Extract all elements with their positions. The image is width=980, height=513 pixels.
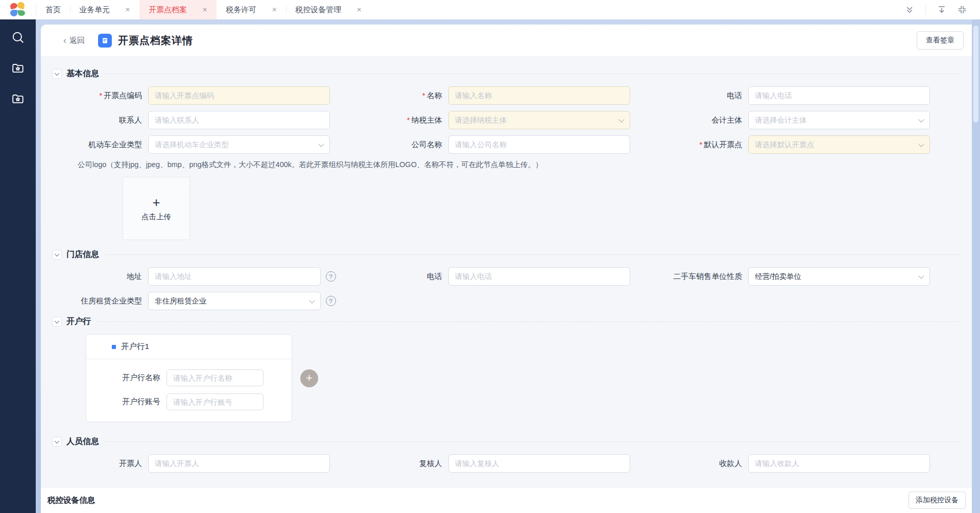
field-taxpayer-entity: *纳税主体 请选择纳税主体 — [356, 111, 657, 129]
upload-label: 点击上传 — [141, 212, 171, 222]
contact-person-input[interactable] — [148, 111, 330, 129]
close-icon[interactable]: ✕ — [202, 6, 207, 13]
housing-rental-enterprise-type-label: 住房租赁企业类型 — [56, 296, 142, 306]
company-name-input[interactable] — [448, 135, 630, 154]
section-bank-header: 开户行 — [52, 316, 961, 327]
top-tab-bar: 首页 业务单元 ✕ 开票点档案 ✕ 税务许可 ✕ 税控设备管理 ✕ — [0, 0, 980, 19]
default-invoice-point-select[interactable]: 请选择默认开票点 — [748, 135, 930, 154]
add-bank-button[interactable]: + — [300, 369, 318, 387]
store-phone-input[interactable] — [448, 267, 630, 286]
tab-tax-license[interactable]: 税务许可 ✕ — [217, 0, 286, 19]
bank-account-input[interactable] — [166, 393, 264, 410]
payee-input[interactable] — [748, 454, 930, 473]
compress-icon[interactable] — [958, 5, 967, 14]
reviewer-input[interactable] — [448, 454, 630, 473]
view-signature-button[interactable]: 查看签章 — [917, 31, 964, 50]
taxpayer-entity-label: *纳税主体 — [356, 115, 442, 125]
section-store-info-header: 门店信息 — [52, 249, 961, 260]
tax-device-section-title: 税控设备信息 — [47, 495, 95, 506]
detail-header: ‹ 返回 开票点档案详情 查看签章 — [41, 25, 972, 56]
double-chevron-down-icon[interactable] — [905, 5, 914, 14]
back-button[interactable]: ‹ 返回 — [63, 36, 85, 45]
close-icon[interactable]: ✕ — [272, 6, 277, 13]
name-input[interactable] — [448, 86, 630, 105]
used-car-sales-unit-nature-label: 二手车销售单位性质 — [656, 272, 742, 282]
field-name: *名称 — [356, 86, 657, 105]
phone-label: 电话 — [656, 91, 742, 101]
back-label: 返回 — [69, 36, 85, 45]
motor-vehicle-enterprise-type-select[interactable]: 请选择机动车企业类型 — [148, 135, 330, 154]
close-icon[interactable]: ✕ — [125, 6, 130, 13]
payee-label: 收款人 — [656, 459, 742, 469]
tab-invoice-point-archive[interactable]: 开票点档案 ✕ — [139, 0, 217, 19]
housing-rental-enterprise-type-select[interactable]: 非住房租赁企业 — [148, 292, 321, 310]
favorite-folder-icon[interactable] — [11, 61, 25, 75]
document-icon — [98, 34, 112, 48]
add-tax-device-button[interactable]: 添加税控设备 — [909, 492, 966, 509]
collapse-chevron-icon[interactable] — [52, 437, 62, 447]
collapse-chevron-icon[interactable] — [52, 317, 62, 327]
phone-input[interactable] — [748, 86, 930, 105]
tax-device-section-bar: 税控设备信息 添加税控设备 — [41, 487, 972, 513]
chevron-down-icon — [919, 273, 924, 278]
taxpayer-entity-select[interactable]: 请选择纳税主体 — [448, 111, 630, 129]
reviewer-label: 复核人 — [356, 459, 442, 469]
tab-tax-license-label: 税务许可 — [226, 5, 256, 15]
field-address: 地址 ? — [56, 267, 356, 286]
help-icon[interactable]: ? — [326, 271, 336, 282]
form-area: 基本信息 *开票点编码 *名称 电话 联系人 *纳税主体 — [41, 56, 972, 487]
field-accounting-entity: 会计主体 请选择会计主体 — [656, 111, 957, 129]
tab-business-unit-label: 业务单元 — [79, 5, 110, 15]
dashed-divider — [106, 254, 961, 255]
tab-home[interactable]: 首页 — [36, 0, 70, 19]
close-icon[interactable]: ✕ — [356, 6, 362, 13]
main-panel: ‹ 返回 开票点档案详情 查看签章 基本信息 *开票点编码 *名称 — [41, 25, 972, 513]
invoice-point-code-input[interactable] — [148, 86, 330, 105]
app-logo[interactable] — [0, 0, 36, 19]
field-motor-vehicle-enterprise-type: 机动车企业类型 请选择机动车企业类型 — [56, 135, 356, 154]
app-logo-icon — [10, 2, 26, 17]
field-invoice-point-code: *开票点编码 — [56, 86, 356, 105]
section-bank-title: 开户行 — [66, 316, 91, 327]
address-input[interactable] — [148, 267, 321, 286]
field-bank-account: 开户行账号 — [86, 393, 292, 410]
field-used-car-sales-unit-nature: 二手车销售单位性质 经营/拍卖单位 — [656, 267, 957, 286]
collapse-chevron-icon[interactable] — [52, 250, 62, 260]
tab-business-unit[interactable]: 业务单元 ✕ — [70, 0, 139, 19]
help-icon[interactable]: ? — [326, 296, 336, 306]
collapse-chevron-icon[interactable] — [52, 69, 62, 79]
favorite-folder-icon[interactable] — [11, 92, 25, 105]
logo-upload-box[interactable]: + 点击上传 — [123, 177, 190, 240]
divider — [925, 5, 926, 14]
accounting-entity-select[interactable]: 请选择会计主体 — [748, 111, 930, 129]
scrollbar-thumb[interactable] — [973, 26, 978, 123]
name-label: *名称 — [356, 91, 442, 101]
store-info-row-2: 住房租赁企业类型 非住房租赁企业 ? — [56, 292, 957, 310]
field-store-phone: 电话 — [356, 267, 657, 286]
section-personnel-header: 人员信息 — [52, 436, 961, 447]
field-default-invoice-point: *默认开票点 请选择默认开票点 — [656, 135, 957, 154]
drawer-input[interactable] — [148, 454, 330, 473]
field-bank-name: 开户行名称 — [86, 369, 292, 386]
used-car-sales-unit-nature-select[interactable]: 经营/拍卖单位 — [748, 267, 930, 286]
bank-name-input[interactable] — [166, 369, 264, 386]
tab-home-label: 首页 — [45, 5, 61, 15]
tab-tax-device-management[interactable]: 税控设备管理 ✕ — [286, 0, 371, 19]
field-company-name: 公司名称 — [356, 135, 657, 154]
page-scrollbar[interactable] — [972, 19, 980, 513]
invoice-point-code-label: *开票点编码 — [56, 91, 142, 101]
field-phone: 电话 — [656, 86, 957, 105]
section-personnel-title: 人员信息 — [66, 436, 99, 447]
section-basic-info-header: 基本信息 — [52, 68, 961, 79]
default-invoice-point-label: *默认开票点 — [656, 140, 742, 150]
section-basic-info-title: 基本信息 — [66, 68, 99, 79]
dashed-divider — [106, 74, 961, 74]
tab-invoice-point-archive-label: 开票点档案 — [149, 5, 187, 15]
basic-info-row-1: *开票点编码 *名称 电话 — [56, 86, 957, 105]
store-phone-label: 电话 — [356, 272, 442, 282]
bank-name-label: 开户行名称 — [86, 373, 160, 383]
back-chevron-icon: ‹ — [63, 36, 66, 45]
chevron-down-icon — [618, 116, 624, 122]
download-icon[interactable] — [937, 5, 946, 14]
search-icon[interactable] — [11, 31, 25, 44]
